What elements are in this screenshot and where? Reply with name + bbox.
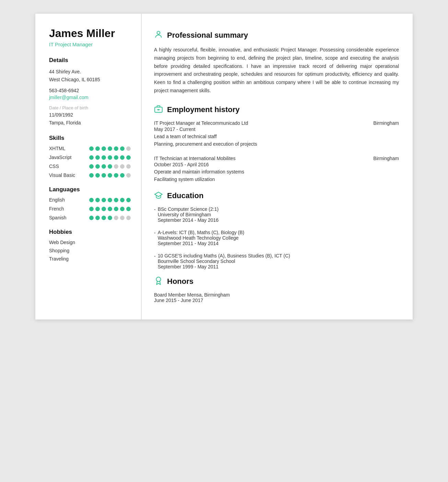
skill-label: CSS <box>49 164 80 169</box>
dot-empty <box>126 146 131 151</box>
honors-list: Board Member Mensa, BirminghamJune 2015 … <box>154 292 399 303</box>
job-entry: IT Technician at International Mobilites… <box>154 156 399 183</box>
job-title-text: IT Project Manager at Telecommunicado Lt… <box>154 120 248 126</box>
dot-filled <box>114 207 118 211</box>
dot-filled <box>120 155 125 160</box>
address-line2: West Chicago, IL 60185 <box>49 76 131 83</box>
edu-dates: September 2011 - May 2014 <box>158 241 245 246</box>
skills-list: XHTMLJavaScriptCSSVisual Basic <box>49 146 131 178</box>
edu-dash: - <box>154 207 156 223</box>
job-bullet: Operate and maintain information systems <box>154 168 399 176</box>
honor-entry: Board Member Mensa, BirminghamJune 2015 … <box>154 292 399 303</box>
dot-filled <box>102 173 106 178</box>
education-header: Education <box>154 191 399 201</box>
dot-filled <box>95 164 100 169</box>
email-link[interactable]: jmiller@gmail.com <box>49 95 89 100</box>
dot-empty <box>126 173 131 178</box>
language-label: Spanish <box>49 215 80 220</box>
dot-filled <box>89 198 94 202</box>
language-label: English <box>49 197 80 203</box>
skill-dots <box>89 146 131 151</box>
dot-empty <box>114 216 118 220</box>
dot-filled <box>95 155 100 160</box>
languages-list: EnglishFrenchSpanish <box>49 197 131 220</box>
employment-title: Employment history <box>167 105 239 114</box>
dot-empty <box>120 164 125 169</box>
edu-title: BSc Computer Science (2:1) <box>158 206 219 212</box>
education-list: -BSc Computer Science (2:1)University of… <box>154 206 399 269</box>
dot-empty <box>126 216 131 220</box>
job-dates: May 2017 - Current <box>154 126 399 132</box>
skill-row: CSS <box>49 164 131 169</box>
dot-filled <box>114 155 118 160</box>
hobby-item: Web Design <box>49 240 131 245</box>
job-dates: October 2015 - April 2016 <box>154 162 399 167</box>
honors-title: Honors <box>167 277 193 286</box>
dot-filled <box>102 207 106 211</box>
address-line1: 44 Shirley Ave. <box>49 68 131 75</box>
language-row: Spanish <box>49 215 131 220</box>
edu-content: 10 GCSE'S including Maths (A), Business … <box>158 253 290 269</box>
birth-place: Tampa, Florida <box>49 119 131 126</box>
dot-filled <box>108 207 112 211</box>
dob: 11/09/1992 <box>49 111 131 119</box>
language-dots <box>89 207 131 211</box>
dot-filled <box>120 173 125 178</box>
edu-dates: September 2014 - May 2016 <box>158 217 219 223</box>
dot-filled <box>126 207 131 211</box>
employment-header: Employment history <box>154 105 399 115</box>
skills-section-title: Skills <box>49 135 131 142</box>
dob-label: Date / Place of birth <box>49 105 131 110</box>
language-dots <box>89 198 131 202</box>
dot-filled <box>120 198 125 202</box>
address-block: 44 Shirley Ave. West Chicago, IL 60185 <box>49 68 131 83</box>
skill-row: Visual Basic <box>49 172 131 178</box>
job-header: IT Technician at International Mobilites… <box>154 156 399 161</box>
resume-container: James Miller IT Project Manager Details … <box>35 14 413 320</box>
dot-filled <box>89 164 94 169</box>
edu-entry: -10 GCSE'S including Maths (A), Business… <box>154 253 399 269</box>
dot-filled <box>114 198 118 202</box>
dot-empty <box>126 164 131 169</box>
skill-row: JavaScript <box>49 155 131 160</box>
phone: 563-458-6942 <box>49 87 131 94</box>
svg-point-4 <box>156 277 161 282</box>
edu-school: Bournville School Secondary School <box>158 258 290 264</box>
dot-filled <box>120 207 125 211</box>
hobbies-list: Web DesignShoppingTraveling <box>49 240 131 262</box>
dot-filled <box>95 198 100 202</box>
dot-filled <box>89 207 94 211</box>
dot-filled <box>114 146 118 151</box>
dot-filled <box>102 155 106 160</box>
dot-filled <box>126 155 131 160</box>
dot-empty <box>114 164 118 169</box>
dot-filled <box>102 164 106 169</box>
dot-filled <box>108 155 112 160</box>
phone-block: 563-458-6942 jmiller@gmail.com <box>49 87 131 100</box>
dot-filled <box>95 207 100 211</box>
employment-icon <box>154 105 163 115</box>
edu-title: 10 GCSE'S including Maths (A), Business … <box>158 253 290 258</box>
dot-filled <box>89 216 94 220</box>
honors-icon <box>154 276 163 287</box>
language-label: French <box>49 206 80 212</box>
dot-filled <box>89 173 94 178</box>
left-column: James Miller IT Project Manager Details … <box>35 14 142 320</box>
dot-filled <box>89 146 94 151</box>
edu-content: BSc Computer Science (2:1)University of … <box>158 206 219 223</box>
summary-title: Professional summary <box>167 31 248 40</box>
dot-filled <box>126 198 131 202</box>
job-title-text: IT Technician at International Mobilites <box>154 156 236 161</box>
edu-dates: September 1999 - May 2011 <box>158 264 290 269</box>
honor-dates: June 2015 - June 2017 <box>154 298 399 303</box>
honors-header: Honors <box>154 276 399 287</box>
job-bullet: Planning, procurement and execution of p… <box>154 140 399 148</box>
job-header: IT Project Manager at Telecommunicado Lt… <box>154 120 399 126</box>
honor-title: Board Member Mensa, Birmingham <box>154 292 399 298</box>
language-row: English <box>49 197 131 203</box>
edu-dash: - <box>154 230 156 246</box>
education-title: Education <box>167 191 203 200</box>
edu-entry: -BSc Computer Science (2:1)University of… <box>154 206 399 223</box>
person-name: James Miller <box>49 27 131 39</box>
jobs-list: IT Project Manager at Telecommunicado Lt… <box>154 120 399 183</box>
